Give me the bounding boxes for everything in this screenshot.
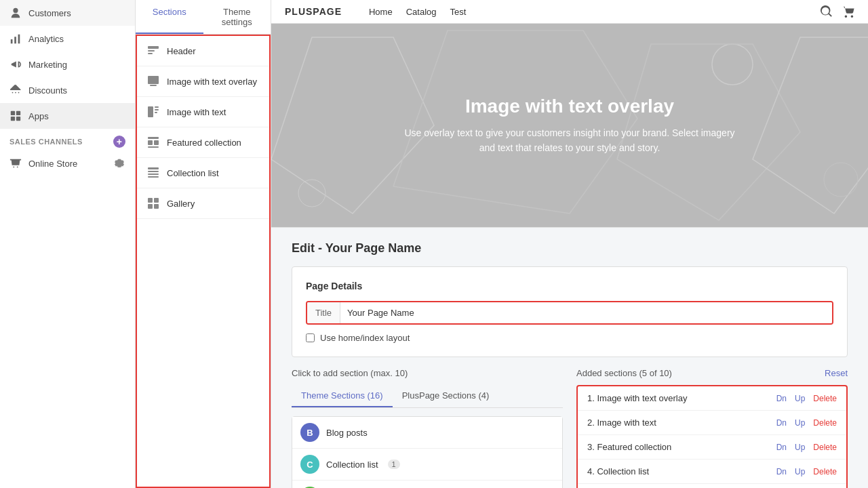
svg-rect-22 bbox=[154, 198, 159, 203]
svg-rect-1 bbox=[16, 111, 20, 115]
gallery-section-icon bbox=[146, 197, 160, 210]
megaphone-icon bbox=[9, 58, 22, 70]
sidebar-nav-item-discounts[interactable]: Discounts bbox=[0, 77, 135, 103]
add-channel-button[interactable]: + bbox=[113, 136, 125, 148]
chart-icon bbox=[9, 33, 22, 45]
page-details-title: Page Details bbox=[306, 281, 833, 291]
up-3-button[interactable]: Up bbox=[795, 443, 805, 452]
section-item-image-with-text-overlay[interactable]: Image with text overlay bbox=[137, 66, 269, 97]
collection-list-section-icon bbox=[146, 166, 160, 180]
svg-rect-15 bbox=[154, 140, 159, 145]
cart-icon[interactable] bbox=[842, 5, 854, 18]
section-item-collection-list[interactable]: Collection list bbox=[137, 158, 269, 188]
page-details-card: Page Details Title Use home/index layout bbox=[292, 266, 848, 357]
sidebar-nav-item-analytics[interactable]: Analytics bbox=[0, 26, 135, 52]
svg-rect-20 bbox=[148, 176, 159, 178]
nav-catalog[interactable]: Catalog bbox=[406, 7, 437, 17]
image-text-section-icon bbox=[146, 105, 160, 119]
nav-test[interactable]: Test bbox=[450, 7, 466, 17]
apps-icon bbox=[9, 110, 22, 122]
dn-2-button[interactable]: Dn bbox=[776, 418, 787, 428]
svg-rect-2 bbox=[11, 117, 15, 121]
svg-rect-12 bbox=[155, 112, 157, 113]
section-item-header[interactable]: Header bbox=[137, 36, 269, 66]
dn-4-button[interactable]: Dn bbox=[776, 467, 787, 476]
section-item-gallery[interactable]: Gallery bbox=[137, 188, 269, 219]
preview-logo: PLUSPAGE bbox=[285, 6, 342, 17]
reset-button[interactable]: Reset bbox=[825, 368, 848, 378]
svg-rect-0 bbox=[11, 111, 15, 115]
featured-collection-section-icon bbox=[146, 136, 160, 149]
delete-4-button[interactable]: Delete bbox=[813, 467, 837, 476]
preview-area: PLUSPAGE Home Catalog Test bbox=[271, 0, 868, 228]
blog-posts-icon: B bbox=[300, 423, 319, 442]
svg-rect-21 bbox=[148, 198, 153, 203]
up-4-button[interactable]: Up bbox=[795, 467, 805, 476]
delete-2-button[interactable]: Delete bbox=[813, 418, 837, 428]
checkbox-row: Use home/index layout bbox=[306, 333, 833, 343]
channels-section-title: SALES CHANNELS + bbox=[0, 129, 135, 150]
sidebar-nav-item-customers[interactable]: Customers bbox=[0, 0, 135, 26]
title-input[interactable] bbox=[340, 302, 832, 323]
dn-1-button[interactable]: Dn bbox=[776, 394, 787, 403]
svg-rect-23 bbox=[148, 204, 153, 209]
delete-1-button[interactable]: Delete bbox=[813, 394, 837, 403]
svg-rect-4 bbox=[148, 46, 159, 49]
list-item-custom-content[interactable]: C Custom content bbox=[292, 481, 562, 488]
delete-3-button[interactable]: Delete bbox=[813, 443, 837, 452]
list-item-blog-posts[interactable]: B Blog posts bbox=[292, 417, 562, 449]
svg-rect-18 bbox=[148, 171, 159, 172]
section-item-image-with-text[interactable]: Image with text bbox=[137, 97, 269, 127]
edit-panel: Edit - Your Page Name Page Details Title… bbox=[271, 228, 868, 488]
title-label: Title bbox=[307, 302, 340, 323]
added-sections-table: 1. Image with text overlay Dn Up Delete … bbox=[576, 385, 848, 488]
collection-list-icon: C bbox=[300, 455, 319, 474]
dn-3-button[interactable]: Dn bbox=[776, 443, 787, 452]
sidebar-nav-item-marketing[interactable]: Marketing bbox=[0, 52, 135, 77]
svg-rect-5 bbox=[148, 50, 155, 52]
up-1-button[interactable]: Up bbox=[795, 394, 805, 403]
search-icon[interactable] bbox=[821, 5, 833, 18]
up-2-button[interactable]: Up bbox=[795, 418, 805, 428]
hero-title: Image with text overlay bbox=[404, 96, 734, 117]
page-title: Edit - Your Page Name bbox=[292, 241, 848, 256]
hero-text: Image with text overlay Use overlay text… bbox=[377, 96, 762, 156]
sidebar-nav-item-online-store[interactable]: Online Store bbox=[0, 150, 135, 176]
main-content: PLUSPAGE Home Catalog Test bbox=[271, 0, 868, 488]
settings-icon[interactable] bbox=[113, 157, 125, 169]
tab-theme-settings[interactable]: Theme settings bbox=[203, 0, 271, 34]
svg-rect-3 bbox=[16, 117, 20, 121]
svg-rect-14 bbox=[148, 140, 153, 145]
nav-home[interactable]: Home bbox=[369, 7, 393, 17]
preview-hero: Image with text overlay Use overlay text… bbox=[271, 24, 868, 227]
add-section-header: Click to add section (max. 10) bbox=[292, 368, 563, 378]
tag-icon bbox=[9, 84, 22, 96]
home-layout-checkbox[interactable] bbox=[306, 333, 315, 342]
tab-pluspage-sections[interactable]: PlusPage Sections (4) bbox=[393, 385, 499, 407]
table-row: 3. Featured collection Dn Up Delete bbox=[578, 435, 846, 460]
preview-nav-actions bbox=[821, 5, 854, 18]
svg-rect-19 bbox=[148, 174, 159, 175]
section-items-list: B Blog posts C Collection list 1 C Custo… bbox=[292, 416, 563, 488]
table-row: 5. Gallery Dn Up Delete bbox=[578, 484, 846, 488]
preview-nav: Home Catalog Test bbox=[369, 7, 466, 17]
section-item-featured-collection[interactable]: Featured collection bbox=[137, 127, 269, 158]
title-field: Title bbox=[306, 301, 833, 325]
theme-panel: Sections Theme settings Header Image wit… bbox=[136, 0, 271, 488]
tab-sections[interactable]: Sections bbox=[136, 0, 203, 34]
collection-list-badge: 1 bbox=[388, 460, 400, 469]
added-sections-header: Added sections (5 of 10) Reset bbox=[576, 368, 848, 378]
svg-rect-11 bbox=[155, 109, 159, 110]
preview-navbar: PLUSPAGE Home Catalog Test bbox=[271, 0, 868, 24]
store-icon bbox=[9, 157, 22, 169]
sections-right: Added sections (5 of 10) Reset 1. Image … bbox=[576, 368, 848, 488]
sidebar: Customers Analytics Marketing Discounts … bbox=[0, 0, 136, 488]
svg-rect-16 bbox=[148, 146, 159, 148]
svg-rect-10 bbox=[155, 106, 159, 108]
tab-theme-sections[interactable]: Theme Sections (16) bbox=[292, 385, 393, 407]
checkbox-label: Use home/index layout bbox=[320, 333, 410, 343]
sidebar-nav-item-apps[interactable]: Apps bbox=[0, 103, 135, 129]
svg-rect-7 bbox=[148, 76, 159, 84]
list-item-collection-list[interactable]: C Collection list 1 bbox=[292, 449, 562, 481]
svg-rect-24 bbox=[154, 204, 159, 209]
